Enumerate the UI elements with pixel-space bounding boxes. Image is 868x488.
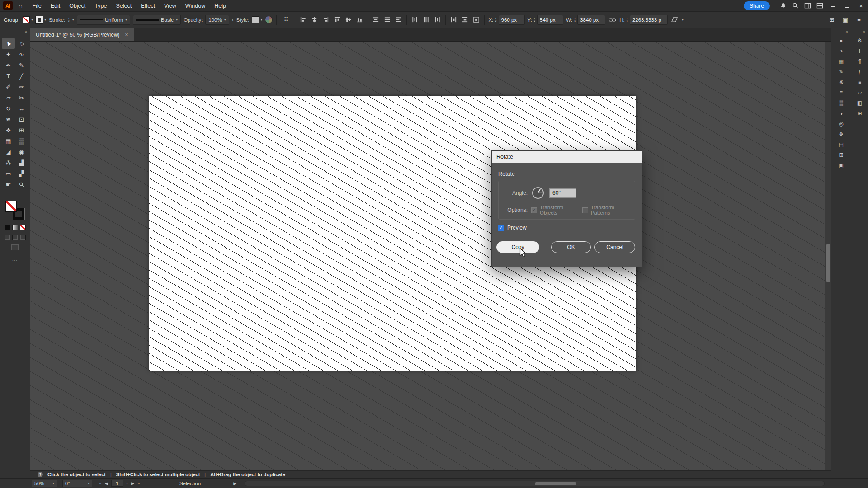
tool-column-graph[interactable]: ▟ — [15, 157, 28, 168]
panel-color[interactable]: ● — [831, 35, 851, 46]
status-play-icon[interactable]: ▶ — [233, 481, 236, 486]
tool-free-transform[interactable]: ⊡ — [15, 114, 28, 125]
tool-gradient[interactable]: ▒ — [15, 136, 28, 146]
width-profile-dropdown[interactable]: Uniform ▾ — [77, 15, 130, 25]
restore-button[interactable] — [840, 0, 854, 12]
tool-line-segment[interactable]: ╱ — [15, 70, 28, 81]
panel-appearance[interactable]: ◎ — [831, 118, 851, 129]
panel-transparency[interactable]: ◑ — [831, 108, 851, 118]
horizontal-scrollbar-thumb[interactable] — [535, 482, 576, 485]
recolor-artwork-icon[interactable] — [265, 16, 273, 23]
link-width-height-icon[interactable] — [608, 14, 617, 25]
zoom-level-dropdown[interactable]: 50% ▾ — [32, 480, 57, 487]
graphic-style-dropdown[interactable]: ▾ — [252, 16, 262, 23]
align-vertical-center-icon[interactable] — [344, 14, 353, 25]
tool-zoom[interactable]: ⚲ — [15, 179, 28, 190]
tool-perspective-grid[interactable]: ⊞ — [15, 125, 28, 136]
toolbar-collapse[interactable]: » — [0, 28, 30, 35]
h-stepper[interactable]: ▴ ▾ — [627, 17, 628, 23]
tool-lasso[interactable]: ∿ — [15, 49, 28, 60]
panel-transform[interactable]: ▱ — [851, 87, 868, 98]
chevron-down-icon[interactable]: ▾ — [682, 18, 684, 22]
tool-eyedropper[interactable]: ◢ — [2, 146, 15, 157]
select-similar-options-icon[interactable]: ⠿ — [280, 16, 291, 23]
vertical-scrollbar[interactable] — [825, 42, 831, 470]
transform-patterns-checkbox[interactable] — [582, 207, 588, 213]
tool-magic-wand[interactable]: ✦ — [2, 49, 15, 60]
align-right-icon[interactable] — [321, 14, 330, 25]
panel-opentype[interactable]: ƒ — [851, 66, 868, 77]
shear-icon[interactable] — [670, 14, 679, 25]
workspace-grid-icon[interactable]: ⊞ — [826, 16, 837, 23]
artboard-number-field[interactable]: 1 — [111, 480, 123, 487]
close-button[interactable]: × — [854, 0, 868, 12]
tool-pencil[interactable]: ✏ — [15, 81, 28, 92]
menu-item-view[interactable]: View — [160, 0, 181, 12]
stroke-weight-stepper[interactable]: ▴ ▾ — [68, 17, 69, 23]
x-input[interactable]: 960 px — [499, 15, 525, 25]
align-top-icon[interactable] — [333, 14, 341, 25]
tool-blend[interactable]: ◉ — [15, 146, 28, 157]
illustrator-logo[interactable]: Ai — [3, 1, 13, 10]
horizontal-scrollbar[interactable] — [245, 481, 825, 486]
menu-item-edit[interactable]: Edit — [46, 0, 65, 12]
align-bottom-icon[interactable] — [355, 14, 364, 25]
search-icon[interactable] — [789, 0, 802, 12]
distribute-spacing-horizontal-icon[interactable] — [461, 14, 469, 25]
minimize-button[interactable]: – — [826, 0, 840, 12]
prev-artboard-icon[interactable]: ◀ — [105, 481, 108, 486]
menu-item-object[interactable]: Object — [65, 0, 90, 12]
next-artboard-icon[interactable]: ▶ — [131, 481, 134, 486]
workspace-switcher-icon[interactable] — [814, 0, 826, 12]
screen-mode-button[interactable] — [11, 244, 19, 250]
fill-proxy-swatch[interactable] — [5, 201, 17, 212]
notifications-bell-icon[interactable] — [777, 0, 789, 12]
panel-color-guide[interactable]: ◔ — [831, 46, 851, 56]
distribute-left-icon[interactable] — [410, 14, 419, 25]
panel-asset-export[interactable]: ▣ — [831, 160, 851, 170]
toolbar-more-icon[interactable]: … — [12, 256, 18, 263]
current-tool-status[interactable]: Selection — [179, 481, 201, 486]
distribute-vertical-center-icon[interactable] — [383, 14, 392, 25]
panel-layers[interactable]: ▤ — [831, 139, 851, 150]
tool-slice[interactable]: ▞ — [15, 168, 28, 179]
color-mode-button[interactable] — [5, 225, 10, 230]
vertical-scrollbar-thumb[interactable] — [826, 244, 830, 282]
align-left-icon[interactable] — [299, 14, 307, 25]
distribute-bottom-icon[interactable] — [394, 14, 403, 25]
tool-paintbrush[interactable]: ✐ — [2, 81, 15, 92]
panel-stroke[interactable]: ≡ — [831, 87, 851, 98]
transform-objects-checkbox[interactable]: ✓ — [531, 207, 537, 213]
panel-dock-collapse[interactable]: « — [831, 28, 851, 35]
tool-scissors[interactable]: ✂ — [15, 92, 28, 103]
tool-direct-selection[interactable]: ▷ — [15, 38, 28, 49]
copy-button[interactable]: Copy — [496, 241, 539, 253]
tool-curvature[interactable]: ✎ — [15, 60, 28, 70]
tool-rotate[interactable]: ↻ — [2, 103, 15, 114]
menu-item-select[interactable]: Select — [111, 0, 136, 12]
opacity-dropdown[interactable]: 100% ▾ — [205, 15, 229, 25]
panel-gradient[interactable]: ▒ — [831, 98, 851, 108]
dock-panel-icon[interactable]: ▣ — [840, 16, 851, 23]
distribute-right-icon[interactable] — [433, 14, 442, 25]
y-stepper[interactable]: ▴ ▾ — [534, 17, 535, 23]
arrange-documents-icon[interactable] — [802, 0, 814, 12]
none-mode-button[interactable] — [20, 225, 26, 230]
brush-definition-dropdown[interactable]: Basic ▾ — [133, 15, 181, 25]
tool-hand[interactable]: ☛ — [2, 179, 15, 190]
panel-brushes[interactable]: ✎ — [831, 66, 851, 77]
menu-item-effect[interactable]: Effect — [136, 0, 160, 12]
tool-type[interactable]: T — [2, 70, 15, 81]
cancel-button[interactable]: Cancel — [594, 241, 635, 253]
distribute-top-icon[interactable] — [372, 14, 380, 25]
tool-pen[interactable]: ✒ — [2, 60, 15, 70]
align-horizontal-center-icon[interactable] — [310, 14, 319, 25]
menu-item-file[interactable]: File — [28, 0, 46, 12]
w-input[interactable]: 3840 px — [577, 15, 605, 25]
panel-artboards[interactable]: ⊞ — [831, 150, 851, 160]
panel-character[interactable]: T — [851, 46, 868, 56]
y-input[interactable]: 540 px — [537, 15, 563, 25]
panel-pathfinder[interactable]: ◧ — [851, 98, 868, 108]
fill-stroke-indicator[interactable] — [5, 200, 25, 221]
document-tab[interactable]: Untitled-1* @ 50 % (RGB/Preview) × — [30, 28, 134, 41]
